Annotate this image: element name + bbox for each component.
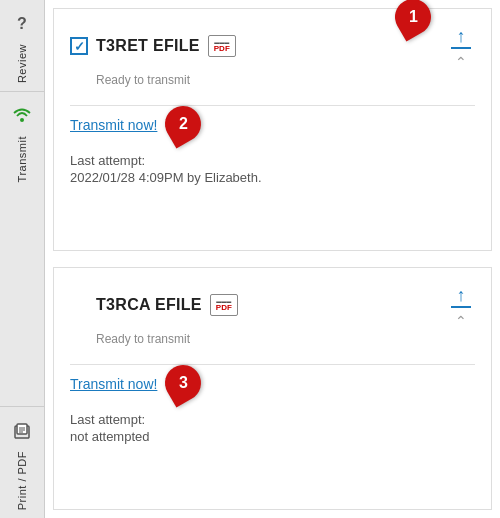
card1-pdf-badge: ▬▬▬ PDF (208, 35, 236, 57)
transmit-icon (10, 104, 34, 128)
card2-last-attempt: Last attempt: not attempted (70, 412, 475, 444)
print-icon (10, 419, 34, 443)
card2-last-attempt-label: Last attempt: (70, 412, 475, 427)
card1-upload-area: ↑ ⌃ (447, 23, 475, 69)
upload-base-icon (451, 47, 471, 49)
card2-title-area: T3RCA EFILE ▬▬▬ PDF (70, 294, 238, 316)
print-pdf-label: Print / PDF (16, 451, 28, 510)
card2-subtitle: Ready to transmit (96, 332, 475, 346)
card2-transmit-link[interactable]: Transmit now! (70, 376, 157, 392)
card2-pdf-badge: ▬▬▬ PDF (210, 294, 238, 316)
card2-header: T3RCA EFILE ▬▬▬ PDF ↑ ⌃ (70, 282, 475, 328)
card1-title: T3RET EFILE (96, 37, 200, 55)
card1-checkbox[interactable]: ✓ (70, 37, 88, 55)
svg-point-0 (20, 118, 24, 122)
card2-chevron-icon[interactable]: ⌃ (455, 314, 467, 328)
card1-title-area: ✓ T3RET EFILE ▬▬▬ PDF (70, 35, 236, 57)
sidebar-section-transmit: Transmit (0, 92, 44, 407)
upload-base2-icon (451, 306, 471, 308)
transmit-label: Transmit (16, 136, 28, 182)
card-t3ret: ✓ T3RET EFILE ▬▬▬ PDF ↑ ⌃ Ready to trans… (53, 8, 492, 251)
sidebar: ? Review Transmit Print / PDF (0, 0, 45, 518)
card1-transmit-link[interactable]: Transmit now! (70, 117, 157, 133)
card2-last-attempt-value: not attempted (70, 429, 475, 444)
main-content: ✓ T3RET EFILE ▬▬▬ PDF ↑ ⌃ Ready to trans… (45, 0, 500, 518)
card1-upload-button[interactable]: ↑ (447, 23, 475, 53)
card1-last-attempt: Last attempt: 2022/01/28 4:09PM by Eliza… (70, 153, 475, 185)
question-icon: ? (10, 12, 34, 36)
card2-title: T3RCA EFILE (96, 296, 202, 314)
card1-chevron-icon[interactable]: ⌃ (455, 55, 467, 69)
sidebar-section-review: ? Review (0, 0, 44, 92)
upload-arrow-icon: ↑ (457, 27, 466, 45)
card1-transmit-badge: 2 (165, 106, 201, 142)
card1-last-attempt-label: Last attempt: (70, 153, 475, 168)
sidebar-section-print: Print / PDF (0, 407, 44, 518)
card1-divider (70, 105, 475, 106)
card2-upload-button[interactable]: ↑ (447, 282, 475, 312)
review-label: Review (16, 44, 28, 83)
upload-arrow2-icon: ↑ (457, 286, 466, 304)
card1-subtitle: Ready to transmit (96, 73, 475, 87)
card2-upload-area: ↑ ⌃ (447, 282, 475, 328)
card1-header: ✓ T3RET EFILE ▬▬▬ PDF ↑ ⌃ (70, 23, 475, 69)
card2-divider (70, 364, 475, 365)
card2-transmit-badge: 3 (165, 365, 201, 401)
card1-last-attempt-value: 2022/01/28 4:09PM by Elizabeth. (70, 170, 475, 185)
card-t3rca: T3RCA EFILE ▬▬▬ PDF ↑ ⌃ Ready to transmi… (53, 267, 492, 510)
